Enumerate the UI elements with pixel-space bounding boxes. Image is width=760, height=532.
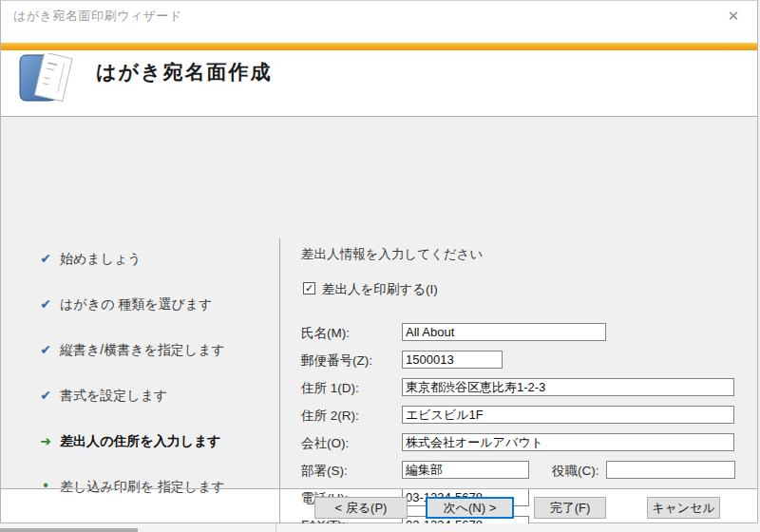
finish-button[interactable]: 完了(F) [534,497,606,519]
accent-bar [1,43,757,50]
department-field[interactable] [402,461,529,479]
name-label: 氏名(M): [301,325,350,342]
check-icon: ✔ [37,388,54,403]
step-label: 書式を設定します [60,388,167,405]
sidebar-item-start[interactable]: ✔ 始めましょう [1,250,276,269]
address1-field[interactable] [402,378,734,396]
wizard-dialog: はがき宛名面印刷ウィザード ✕ はがき宛名面作成 ✔ [0,0,758,523]
footer-divider [1,488,757,489]
step-label: 差出人の住所を入力します [60,433,221,450]
step-label: 始めましょう [60,251,142,268]
address2-label: 住所 2(R): [301,408,359,425]
cancel-button[interactable]: キャンセル [647,497,720,519]
step-label: はがきの 種類を選びます [60,296,213,314]
arrow-right-icon: ➜ [37,433,54,448]
page-title: はがき宛名面作成 [96,59,272,86]
background-artifact [0,528,138,532]
next-button[interactable]: 次へ(N) > [426,497,514,519]
sidebar-item-orientation[interactable]: ✔ 縦書き/横書きを指定します [1,341,276,360]
print-sender-label: 差出人を印刷する(I) [322,281,438,298]
sidebar-item-format[interactable]: ✔ 書式を設定します [1,387,276,406]
title-field[interactable] [606,461,735,479]
check-icon: ✔ [37,342,54,357]
zip-label: 郵便番号(Z): [301,352,372,370]
name-field[interactable] [402,323,606,341]
instruction-text: 差出人情報を入力してください [301,246,483,263]
close-icon[interactable]: ✕ [723,6,744,27]
title-bar: はがき宛名面印刷ウィザード ✕ [1,1,757,29]
company-field[interactable] [402,433,734,451]
check-icon: ✔ [37,251,54,266]
title-label: 役職(C): [552,463,599,480]
wizard-header: はがき宛名面作成 [1,50,757,116]
background-line [276,523,276,532]
bullet-icon: • [37,479,54,492]
step-label: 縦書き/横書きを指定します [60,342,225,359]
step-label: 差し込み印刷を 指定します [60,479,225,496]
sidebar-item-mail-merge[interactable]: • 差し込み印刷を 指定します [1,478,276,497]
sidebar-item-postcard-type[interactable]: ✔ はがきの 種類を選びます [1,295,276,314]
content-area: ✔ 始めましょう ✔ はがきの 種類を選びます ✔ 縦書き/横書きを指定します … [1,117,757,488]
address2-field[interactable] [402,406,734,424]
company-label: 会社(O): [301,435,349,452]
print-sender-checkbox[interactable]: ✓ [303,282,315,294]
back-button[interactable]: < 戻る(P) [314,497,408,519]
department-label: 部署(S): [301,463,348,480]
zip-field[interactable] [402,351,503,369]
sidebar-item-sender-address[interactable]: ➜ 差出人の住所を入力します [1,432,276,451]
address1-label: 住所 1(D): [301,380,359,397]
window-title: はがき宛名面印刷ウィザード [13,8,182,25]
postcard-wizard-icon [16,53,85,106]
check-icon: ✔ [37,296,54,312]
page-background-strip [0,523,760,532]
